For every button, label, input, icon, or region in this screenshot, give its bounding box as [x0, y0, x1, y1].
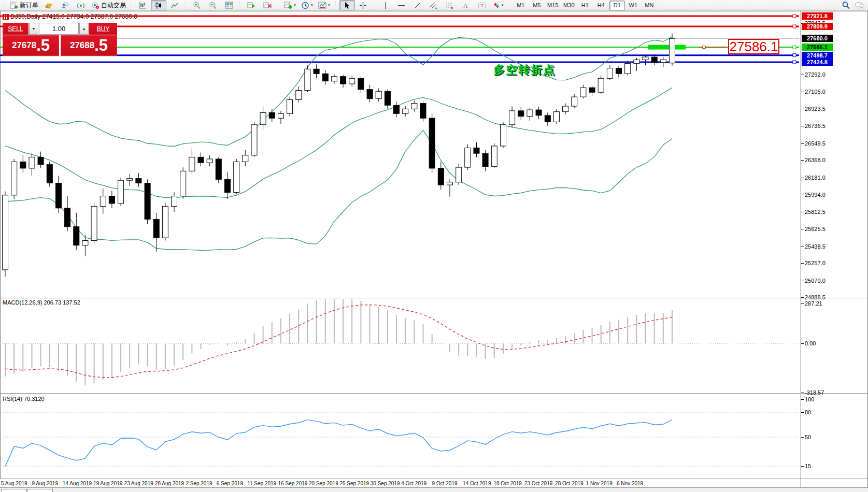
text-button[interactable]: A [458, 0, 474, 10]
toolbar-separator [509, 2, 510, 9]
wallet-icon [45, 2, 53, 9]
fibonacci-icon: F [446, 2, 454, 9]
line-chart-icon [170, 2, 179, 9]
svg-text:A: A [463, 2, 468, 9]
templates-icon [318, 2, 326, 9]
timeframe-button-m30[interactable]: M30 [561, 1, 577, 10]
price-tick: 25625.5 [805, 226, 826, 232]
buy-price-button[interactable]: 27688 .5 [61, 35, 117, 56]
text-label-icon: T [478, 2, 486, 9]
arrows-icon [492, 2, 500, 9]
vertical-line-icon [381, 2, 389, 9]
indicators-button[interactable]: ▼ [282, 0, 298, 10]
date-label: 30 Sep 2019 [371, 481, 400, 486]
crosshair-button[interactable] [355, 0, 371, 10]
cursor-button[interactable] [339, 0, 355, 10]
templates-button[interactable]: ▼ [316, 0, 333, 10]
timeframe-button-h1[interactable]: H1 [577, 1, 593, 10]
buy-button[interactable]: BUY [89, 23, 117, 35]
pane-separator[interactable] [0, 393, 868, 394]
new-order-button[interactable]: 新订单 [8, 0, 40, 10]
timeframe-button-d1[interactable]: D1 [609, 1, 625, 10]
candlestick-chart-button[interactable] [151, 0, 166, 10]
bar-chart-icon [138, 2, 147, 9]
community-button[interactable] [57, 0, 73, 10]
date-label: 1 Nov 2019 [586, 481, 613, 486]
svg-text:F: F [451, 6, 453, 9]
price-tick: 25812.5 [805, 209, 826, 215]
timeframe-button-w1[interactable]: W1 [625, 1, 641, 10]
one-click-trading-panel: SELL ▼ ▲ BUY 27678 .5 27688 .5 [3, 23, 117, 56]
line-chart-button[interactable] [167, 0, 182, 10]
zoom-in-icon [193, 2, 201, 9]
macd-canvas[interactable] [0, 299, 801, 393]
tile-windows-icon [225, 2, 233, 9]
timeframe-button-m5[interactable]: M5 [529, 1, 545, 10]
svg-text:T: T [480, 3, 483, 8]
toolbar-right-group [842, 1, 865, 10]
price-axis[interactable]: 27843.527292.027105.026923.526736.526549… [801, 0, 868, 492]
signals-button[interactable] [73, 0, 89, 10]
auto-scroll-button[interactable] [244, 0, 259, 10]
zoom-out-button[interactable] [205, 0, 221, 10]
volume-increase-button[interactable]: ▲ [79, 23, 89, 35]
date-label: 9 Aug 2019 [32, 481, 58, 486]
sell-button[interactable]: SELL [3, 23, 29, 35]
date-label: 9 Oct 2019 [432, 481, 458, 486]
volume-input[interactable] [39, 23, 79, 35]
date-label: 6 Sep 2019 [217, 481, 243, 486]
chart-shift-icon [263, 2, 272, 9]
bottom-scroll-thumb[interactable] [1, 489, 27, 492]
chart-shift-button[interactable] [260, 0, 275, 10]
periods-dropdown-caret: ▼ [310, 4, 314, 7]
wallet-button[interactable] [41, 0, 56, 10]
date-axis[interactable]: 5 Aug 20199 Aug 201914 Aug 201919 Aug 20… [0, 479, 801, 487]
price-tick: 25994.0 [805, 192, 826, 198]
main-toolbar: 新订单 自动交易 ▼ ▼ [0, 0, 868, 11]
buy-price-int: 27688 [70, 40, 94, 51]
templates-dropdown-caret: ▼ [328, 4, 331, 7]
main-chart-canvas[interactable] [0, 11, 801, 297]
sell-price-button[interactable]: 27678 .5 [3, 35, 59, 56]
price-callout-box[interactable]: 27586.1 [728, 39, 779, 54]
zoom-in-button[interactable] [189, 0, 205, 10]
tile-windows-button[interactable] [221, 0, 237, 10]
trendline-button[interactable] [410, 0, 425, 10]
vertical-line-button[interactable] [378, 0, 393, 10]
horizontal-line-button[interactable] [394, 0, 409, 10]
bar-chart-button[interactable] [135, 0, 150, 10]
toolbar-separator [131, 2, 132, 9]
price-tick: 27105.0 [805, 89, 826, 95]
timeframe-button-mn[interactable]: MN [642, 1, 657, 10]
indicators-dropdown-caret: ▼ [293, 4, 296, 7]
timeframe-button-m15[interactable]: M15 [545, 1, 561, 10]
date-label: 4 Oct 2019 [401, 481, 426, 486]
search-icon[interactable] [842, 1, 850, 9]
autotrade-button[interactable]: 自动交易 [89, 0, 128, 10]
arrows-button[interactable]: ▼ [490, 0, 506, 10]
toolbar-separator [239, 2, 241, 9]
date-label: 2 Sep 2019 [186, 481, 212, 486]
rsi-canvas[interactable] [0, 395, 801, 479]
auto-scroll-icon [247, 2, 255, 9]
text-label-button[interactable]: T [474, 0, 490, 10]
macd-scale-tick: -318.57 [805, 389, 824, 396]
timeframe-button-h4[interactable]: H4 [593, 1, 609, 10]
date-label: 11 Sep 2019 [247, 481, 276, 486]
cursor-icon [343, 2, 351, 9]
price-badge: 27586.1 [802, 44, 833, 51]
price-tick: 27292.0 [805, 71, 826, 78]
periods-button[interactable]: ▼ [299, 0, 316, 10]
fibonacci-button[interactable]: F [442, 0, 458, 10]
bottom-scroll-thumb[interactable] [27, 489, 53, 492]
timeframe-button-m1[interactable]: M1 [513, 1, 529, 10]
pane-separator[interactable] [0, 298, 868, 298]
turning-point-annotation[interactable]: 多空转折点 [493, 62, 556, 78]
chat-icon[interactable] [855, 1, 865, 9]
volume-dropdown-button[interactable]: ▼ [29, 23, 38, 35]
price-tick: 26923.5 [805, 106, 826, 112]
equidistant-channel-button[interactable]: E [426, 0, 442, 10]
macd-scale-tick: 0.00 [805, 340, 816, 346]
date-label: 23 Oct 2019 [524, 481, 552, 486]
date-label: 6 Nov 2019 [617, 481, 643, 486]
